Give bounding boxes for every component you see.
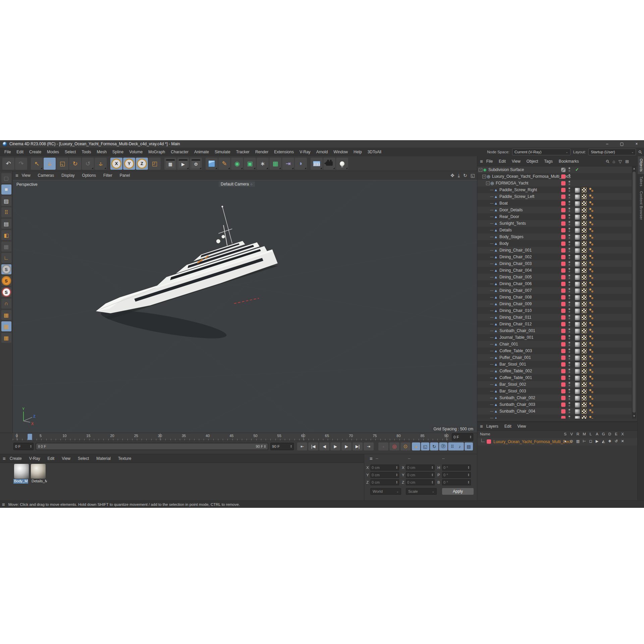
om-search-icon[interactable]: ⚲ [605,158,610,164]
layer-color-chip[interactable] [561,201,566,206]
phong-tag-icon[interactable] [589,255,591,257]
visibility-toggles[interactable] [569,395,571,400]
tree-row-dining-chair-007[interactable]: ▲Dining_Chair_007 [477,287,632,294]
viewport-maximize-icon[interactable]: ◱ [471,173,475,178]
texture-tag-icon[interactable] [575,201,580,207]
spinner-arrows-icon[interactable]: ▲▼ [470,435,472,439]
pen-spline-button[interactable]: ✎ [218,158,230,170]
tree-row-journal-table-001[interactable]: ▲Journal_Table_001 [477,334,632,341]
object-name[interactable]: Dining_Chair_004 [499,268,532,273]
menu-window[interactable]: Window [333,150,348,154]
texture-tag-icon[interactable] [575,328,580,334]
goto-end-button[interactable]: ⇥ [364,442,374,450]
texture-tag-icon[interactable] [575,281,580,287]
record-keyframe-button[interactable]: ◎ [389,442,399,450]
layer-toggle-d[interactable]: ❖ [607,439,613,443]
layer-color-chip[interactable] [561,302,566,306]
light-button[interactable] [336,158,348,170]
timeline-playhead[interactable] [28,434,32,440]
uvw-tag-icon[interactable] [582,402,587,407]
object-name[interactable]: Paddle_Screw_Left [499,194,534,199]
visibility-toggles[interactable] [569,201,571,206]
object-manager-menu-icon[interactable]: ≡ [480,158,483,164]
object-name[interactable]: Dining_Chair_002 [499,255,532,259]
tab-takes[interactable]: Takes [638,174,644,189]
object-name[interactable]: Dining_Chair_011 [499,315,531,320]
layer-color-chip[interactable] [561,188,566,192]
space-dropdown[interactable]: World⌄ [370,488,401,495]
timeline-range-bar[interactable]: ‖ 0 F 90 F ‖ [36,443,268,449]
layer-color-chip[interactable] [561,228,566,232]
align-workplane-button[interactable]: ▦ [1,333,11,343]
visibility-toggles[interactable] [569,275,571,279]
record-rotation-toggle[interactable]: ↻ [430,442,438,450]
object-name[interactable]: Dining_Chair_009 [499,302,532,306]
object-name[interactable]: Door_Details [499,208,523,212]
visibility-toggles[interactable] [569,302,571,306]
layer-color-chip[interactable] [561,362,566,367]
record-parameter-toggle[interactable]: Ⓟ [439,442,447,450]
scale-z-field[interactable]: 0 cm▲▼ [406,479,435,485]
scroll-down-icon[interactable]: ▼ [632,414,636,419]
texture-tag-icon[interactable] [575,409,580,415]
phong-tag-icon[interactable] [589,309,591,311]
texture-tag-icon[interactable] [575,234,580,240]
scroll-up-icon[interactable]: ▲ [632,166,636,171]
uvw-tag-icon[interactable] [582,208,587,213]
uvw-tag-icon[interactable] [582,221,587,226]
tree-row-subdivision-surface[interactable]: −◉Subdivision Surface✓ [477,166,632,173]
object-manager-menu-file[interactable]: File [486,159,493,164]
layer-color-chip[interactable] [561,376,566,380]
texture-tag-icon[interactable] [575,335,580,341]
field-button[interactable]: ⇥ [282,158,294,170]
spinner-arrows-icon[interactable]: ▲▼ [290,445,292,448]
tree-row-coffee-table-003[interactable]: ▲Coffee_Table_003 [477,347,632,354]
materials-menu-texture[interactable]: Texture [118,456,131,461]
layer-color-chip[interactable] [561,235,566,239]
texture-tag-icon[interactable] [575,342,580,347]
axis-mode-button[interactable]: ∟ [1,253,11,263]
viewport-camera-label[interactable]: Default Camera ⁘ [219,181,255,187]
object-name[interactable]: Boat [499,201,508,206]
layer-color-chip[interactable] [561,389,566,393]
menu-mograph[interactable]: MoGraph [148,150,165,154]
tree-row-bar-stool-003[interactable]: ▲Bar_Stool_003 [477,388,632,394]
object-name[interactable]: Bar_Stool_001 [499,362,526,367]
object-name[interactable]: Sunbath_Chair_003 [499,402,535,407]
timeline-ruler[interactable]: 051015202530354045505560657075808590 [13,433,449,441]
point-mode-button[interactable]: ⠿ [1,207,11,217]
layers-menu-icon[interactable]: ≡ [480,423,483,429]
rot-h-field[interactable]: 0 °▲▼ [442,465,471,471]
texture-mode-button[interactable]: ▨ [1,196,11,206]
next-frame-button[interactable]: ▶ [341,442,352,450]
visibility-toggles[interactable] [569,214,571,219]
tree-row-bar-stool-001[interactable]: ▲Bar_Stool_001 [477,361,632,368]
layer-toggle-g[interactable]: ◭ [600,439,606,443]
texture-tag-icon[interactable] [575,187,580,193]
phong-tag-icon[interactable] [589,349,591,351]
texture-tag-icon[interactable] [575,389,580,394]
phong-tag-icon[interactable] [589,275,591,277]
uvw-tag-icon[interactable] [582,302,587,307]
scale-tool-button[interactable]: ◱ [56,158,68,170]
previous-key-button[interactable]: |◀ [308,442,318,450]
layer-color-chip[interactable] [561,315,566,320]
layer-color-chip[interactable] [561,295,566,300]
layers-menu-layers[interactable]: Layers [486,424,498,429]
apply-button[interactable]: Apply [442,488,474,495]
texture-tag-icon[interactable] [575,208,580,213]
phong-tag-icon[interactable] [589,262,591,264]
tree-row-dining-chair-001[interactable]: ▲Dining_Chair_001 [477,247,632,254]
layer-color-chip[interactable] [561,255,566,259]
layers-menu-view[interactable]: View [517,424,526,429]
phong-tag-icon[interactable] [589,342,591,344]
object-manager-menu-tags[interactable]: Tags [544,159,552,164]
texture-tag-icon[interactable] [575,241,580,247]
scale-x-field[interactable]: 0 cm▲▼ [406,465,435,471]
menu-extensions[interactable]: Extensions [274,150,294,154]
viewport-pan-icon[interactable]: ✥ [450,173,454,178]
object-name[interactable]: Bar_Stool_003 [499,389,526,393]
lock-z-axis-button[interactable]: Z [136,158,148,170]
tree-row-boat[interactable]: ▲Boat [477,200,632,207]
render-view-button[interactable]: ▦ [164,158,176,170]
